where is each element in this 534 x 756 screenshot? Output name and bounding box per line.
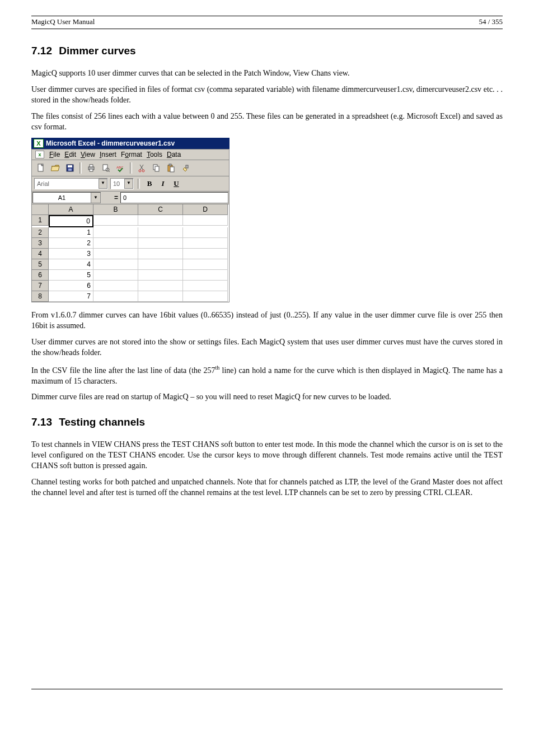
section-title: Testing channels: [59, 416, 145, 428]
cell-selected[interactable]: 0: [49, 215, 93, 227]
cell[interactable]: 3: [49, 249, 93, 259]
name-box[interactable]: A1 ▼: [32, 192, 101, 203]
cell[interactable]: [183, 291, 228, 302]
cell[interactable]: [183, 270, 228, 281]
cell[interactable]: [183, 215, 228, 226]
svg-rect-6: [90, 169, 93, 171]
row-header[interactable]: 4: [32, 249, 49, 259]
cell[interactable]: [183, 281, 228, 291]
body-text: User dimmer curves are specified in file…: [31, 85, 503, 106]
row-header[interactable]: 5: [32, 259, 49, 270]
excel-title-bar: X Microsoft Excel - dimmercurveuser1.csv: [31, 138, 229, 149]
section-title: Dimmer curves: [59, 45, 135, 57]
excel-doc-icon: x: [35, 151, 44, 158]
column-header[interactable]: B: [93, 204, 138, 215]
cell[interactable]: [138, 227, 183, 238]
toolbar-separator: [130, 162, 132, 174]
cell[interactable]: 4: [49, 259, 93, 270]
cell[interactable]: [93, 238, 138, 249]
table-row: 3 2: [32, 238, 229, 249]
cell[interactable]: [138, 249, 183, 259]
row-header[interactable]: 3: [32, 238, 49, 249]
cut-icon[interactable]: [135, 162, 148, 174]
cell[interactable]: 2: [49, 238, 93, 249]
cell[interactable]: [93, 270, 138, 281]
footer-rule: [31, 689, 503, 689]
svg-rect-2: [68, 165, 72, 167]
column-header[interactable]: D: [183, 204, 228, 215]
bold-button[interactable]: B: [144, 179, 155, 189]
column-header[interactable]: C: [138, 204, 183, 215]
font-name-value: Arial: [35, 180, 51, 187]
body-text: From v1.6.0.7 dimmer curves can have 16b…: [31, 310, 503, 332]
print-icon[interactable]: [85, 162, 98, 174]
section-heading-7-12: 7.12 Dimmer curves: [31, 45, 503, 57]
italic-button[interactable]: I: [157, 179, 168, 189]
menu-view[interactable]: View: [81, 151, 95, 158]
cell[interactable]: 1: [49, 227, 93, 238]
cell[interactable]: [183, 238, 228, 249]
menu-edit[interactable]: Edit: [64, 151, 76, 158]
formula-value[interactable]: 0: [120, 192, 228, 203]
chevron-down-icon[interactable]: ▼: [99, 179, 107, 189]
cell[interactable]: [183, 259, 228, 270]
chevron-down-icon[interactable]: ▼: [91, 193, 100, 203]
select-all-corner[interactable]: [32, 204, 49, 215]
cell[interactable]: [183, 227, 228, 238]
font-size-combo[interactable]: 10 ▼: [110, 178, 134, 189]
cell[interactable]: [93, 249, 138, 259]
copy-icon[interactable]: [149, 162, 163, 174]
excel-menu-bar: x File Edit View Insert Format Tools Dat…: [31, 149, 229, 160]
row-header[interactable]: 7: [32, 281, 49, 291]
new-icon[interactable]: [34, 162, 48, 174]
format-painter-icon[interactable]: [179, 162, 192, 174]
menu-insert[interactable]: Insert: [100, 151, 116, 158]
paste-icon[interactable]: [164, 162, 177, 174]
cell[interactable]: 6: [49, 281, 93, 291]
column-headers: A B C D: [32, 204, 229, 215]
row-header[interactable]: 1: [32, 215, 49, 226]
save-icon[interactable]: [63, 162, 77, 174]
svg-rect-18: [186, 165, 188, 168]
cell[interactable]: [183, 249, 228, 259]
cell[interactable]: [93, 281, 138, 291]
table-row: 7 6: [32, 281, 229, 291]
menu-data[interactable]: Data: [167, 151, 181, 158]
row-header[interactable]: 6: [32, 270, 49, 281]
cell[interactable]: [93, 227, 138, 238]
cell[interactable]: [93, 259, 138, 270]
underline-button[interactable]: U: [171, 179, 182, 189]
cell[interactable]: [93, 215, 138, 226]
print-preview-icon[interactable]: [99, 162, 113, 174]
body-text: The files consist of 256 lines each with…: [31, 111, 503, 133]
body-text: MagicQ supports 10 user dimmer curves th…: [31, 68, 503, 79]
excel-formatting-toolbar: Arial ▼ 10 ▼ B I U: [31, 176, 229, 192]
table-row: 5 4: [32, 259, 229, 270]
cell[interactable]: [138, 270, 183, 281]
menu-format[interactable]: Format: [121, 151, 142, 158]
row-header[interactable]: 2: [32, 227, 49, 238]
spellcheck-icon[interactable]: ABC: [114, 162, 127, 174]
menu-tools[interactable]: Tools: [147, 151, 162, 158]
row-header[interactable]: 8: [32, 291, 49, 302]
cell[interactable]: [138, 281, 183, 291]
cell[interactable]: [138, 259, 183, 270]
column-header[interactable]: A: [49, 204, 93, 215]
svg-line-9: [109, 171, 110, 172]
cell[interactable]: 5: [49, 270, 93, 281]
cell[interactable]: [138, 291, 183, 302]
font-name-combo[interactable]: Arial ▼: [34, 178, 108, 189]
svg-rect-17: [170, 167, 174, 172]
chevron-down-icon[interactable]: ▼: [124, 179, 133, 189]
cell[interactable]: [138, 215, 183, 226]
excel-grid[interactable]: A B C D 1 0 2 1 3 2: [31, 204, 229, 302]
cell[interactable]: [93, 291, 138, 302]
toolbar-separator: [79, 162, 82, 174]
table-row: 1 0: [32, 215, 229, 227]
menu-file[interactable]: File: [49, 151, 60, 158]
cell[interactable]: [138, 238, 183, 249]
excel-screenshot: X Microsoft Excel - dimmercurveuser1.csv…: [31, 138, 229, 302]
cell[interactable]: 7: [49, 291, 93, 302]
open-icon[interactable]: [49, 162, 62, 174]
formula-equals-icon: =: [101, 192, 120, 204]
